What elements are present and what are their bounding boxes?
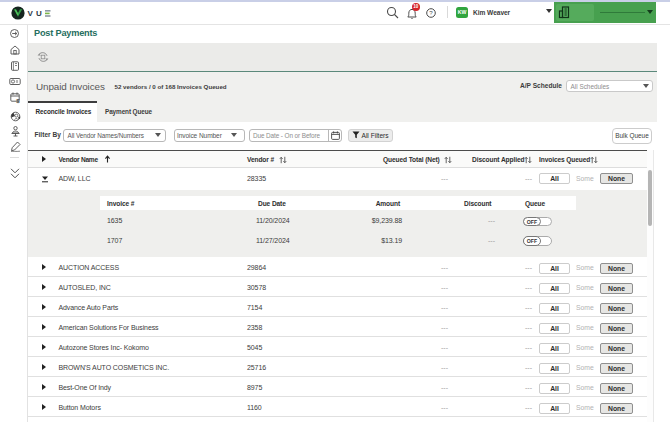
svg-text:?: ? bbox=[429, 9, 433, 16]
